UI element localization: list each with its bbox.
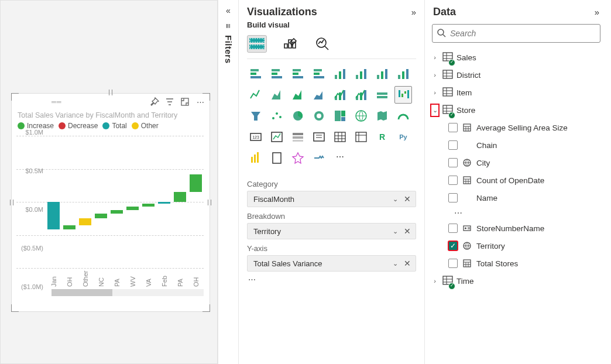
table-store[interactable]: ⌄Store <box>431 101 602 119</box>
table-district[interactable]: ›District <box>431 66 602 84</box>
viz-type-card[interactable]: 123 <box>247 128 265 146</box>
field-checkbox[interactable] <box>448 259 458 268</box>
table-time[interactable]: ›Time <box>431 272 602 290</box>
waterfall-bar[interactable] <box>142 204 155 207</box>
viz-type-lcol[interactable] <box>331 86 349 104</box>
viz-type-kpi[interactable] <box>268 128 286 146</box>
viz-type-py[interactable]: Py <box>394 128 412 146</box>
more-fields-icon[interactable]: ⋯ <box>431 207 602 219</box>
yaxis-well[interactable]: Total Sales Variance ⌄ ✕ <box>247 255 416 272</box>
viz-type-ribbon[interactable] <box>373 86 391 104</box>
viz-type-col[interactable] <box>331 65 349 83</box>
search-input[interactable] <box>432 24 600 43</box>
waterfall-bar[interactable] <box>47 202 60 229</box>
viz-type-col2[interactable] <box>352 65 370 83</box>
field-total-stores[interactable]: Total Stores <box>431 255 602 272</box>
field-checkbox[interactable] <box>448 140 458 150</box>
viz-type-ccol[interactable] <box>373 65 391 83</box>
waterfall-bar[interactable] <box>190 174 202 193</box>
collapse-viz-icon[interactable]: » <box>411 7 416 17</box>
chevron-icon[interactable]: › <box>431 69 439 81</box>
viz-type-slicer[interactable] <box>310 128 328 146</box>
focus-mode-icon[interactable] <box>180 97 190 107</box>
chevron-down-icon[interactable]: ⌄ <box>390 228 400 235</box>
viz-type-fmap[interactable] <box>373 107 391 125</box>
report-canvas[interactable]: ══ ⋯ Total Sales Variance by FiscalMonth… <box>0 0 218 364</box>
chevron-down-icon[interactable]: ⌄ <box>390 260 400 267</box>
collapse-data-icon[interactable]: » <box>595 7 599 17</box>
analytics-tab[interactable] <box>313 35 332 53</box>
pin-icon[interactable] <box>150 97 159 107</box>
field-chain[interactable]: Chain <box>431 136 602 154</box>
chevron-icon[interactable]: › <box>431 51 439 63</box>
field-checkbox[interactable] <box>448 241 458 250</box>
waterfall-bar[interactable] <box>63 225 75 230</box>
viz-type-scatter[interactable] <box>268 107 286 125</box>
field-city[interactable]: City <box>431 154 602 171</box>
viz-type-water[interactable] <box>394 86 412 104</box>
waterfall-bar[interactable] <box>158 202 170 204</box>
viz-type-r[interactable]: R <box>373 128 391 146</box>
viz-type-donut[interactable] <box>310 107 328 125</box>
table-item[interactable]: ›Item <box>431 84 602 101</box>
chevron-down-icon[interactable]: ⌄ <box>390 195 400 203</box>
viz-type-pie[interactable] <box>289 107 307 125</box>
waterfall-bar[interactable] <box>126 207 139 210</box>
remove-field-icon[interactable]: ✕ <box>400 259 412 268</box>
viz-type-deco[interactable] <box>289 149 307 167</box>
viz-type-sbar2[interactable] <box>268 65 286 83</box>
viz-type-cbar[interactable] <box>289 65 307 83</box>
breakdown-well[interactable]: Territory ⌄ ✕ <box>247 223 416 239</box>
filters-pane-collapsed[interactable]: « ≡ Filters <box>218 0 239 364</box>
viz-type-pbi[interactable] <box>247 149 265 167</box>
field-count-of-opendate[interactable]: Count of OpenDate <box>431 171 602 189</box>
build-visual-tab[interactable] <box>247 35 267 53</box>
chevron-icon[interactable]: › <box>431 87 439 98</box>
viz-type-sbar[interactable] <box>247 65 265 83</box>
filter-icon[interactable] <box>165 97 174 107</box>
chevron-icon[interactable]: › <box>431 275 439 287</box>
viz-type-sarea[interactable] <box>310 86 328 104</box>
field-name[interactable]: Name <box>431 189 602 207</box>
more-wells-icon[interactable]: ⋯ <box>247 272 416 287</box>
field-checkbox[interactable] <box>448 158 458 167</box>
viz-type-more[interactable]: ⋯ <box>331 149 349 167</box>
field-checkbox[interactable] <box>448 176 458 185</box>
field-storenumbername[interactable]: StoreNumberName <box>431 219 602 237</box>
format-visual-tab[interactable] <box>280 35 300 53</box>
viz-type-funnel[interactable] <box>247 107 265 125</box>
chart-visual[interactable]: ══ ⋯ Total Sales Variance by FiscalMonth… <box>11 93 210 312</box>
viz-type-pag[interactable] <box>268 149 286 167</box>
viz-type-ccol2[interactable] <box>394 65 412 83</box>
remove-field-icon[interactable]: ✕ <box>400 226 412 236</box>
waterfall-bar[interactable] <box>79 218 91 225</box>
field-average-selling-area-size[interactable]: Average Selling Area Size <box>431 119 602 136</box>
viz-type-tbl[interactable] <box>331 128 349 146</box>
category-well[interactable]: FiscalMonth ⌄ ✕ <box>247 191 416 207</box>
more-options-icon[interactable]: ⋯ <box>195 97 205 107</box>
viz-type-cbar2[interactable] <box>310 65 328 83</box>
waterfall-bar[interactable] <box>95 214 107 218</box>
viz-type-gauge[interactable] <box>394 107 412 125</box>
viz-type-area2[interactable] <box>289 86 307 104</box>
viz-type-lcol2[interactable] <box>352 86 370 104</box>
viz-type-tree[interactable] <box>331 107 349 125</box>
viz-type-key[interactable] <box>310 149 328 167</box>
field-territory[interactable]: Territory <box>431 237 602 255</box>
waterfall-bar[interactable] <box>111 210 123 214</box>
remove-field-icon[interactable]: ✕ <box>400 194 412 204</box>
field-checkbox[interactable] <box>448 224 458 233</box>
waterfall-bar[interactable] <box>174 192 186 202</box>
chevron-icon[interactable]: ⌄ <box>431 104 439 116</box>
viz-type-area[interactable] <box>268 86 286 104</box>
field-checkbox[interactable] <box>448 193 458 202</box>
drag-grip-icon[interactable]: ══ <box>16 98 62 105</box>
expand-filters-icon[interactable]: « <box>226 4 231 21</box>
viz-type-map[interactable] <box>352 107 370 125</box>
table-sales[interactable]: ›Sales <box>431 49 602 66</box>
viz-type-mrow[interactable] <box>289 128 307 146</box>
viz-type-line[interactable] <box>247 86 265 104</box>
chart-scrollbar[interactable] <box>52 289 204 296</box>
viz-type-matrix[interactable] <box>352 128 370 146</box>
field-checkbox[interactable] <box>448 123 458 132</box>
